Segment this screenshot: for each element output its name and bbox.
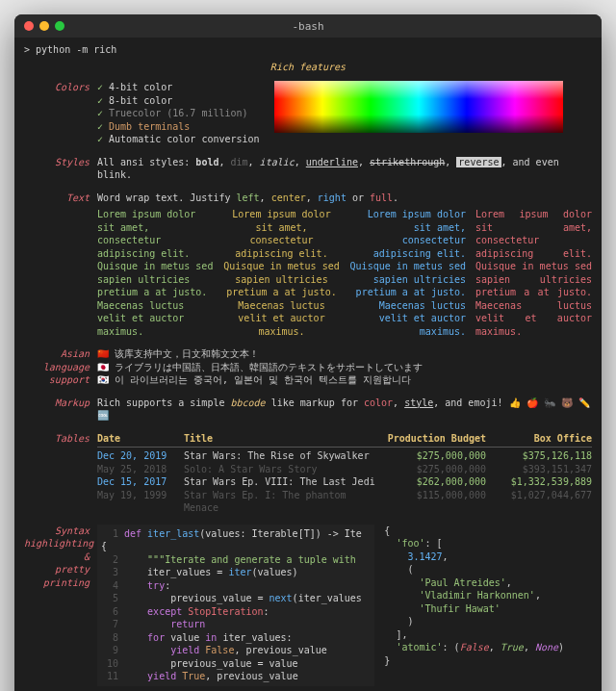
color-item: Automatic color conversion <box>109 134 260 144</box>
color-item: 8-bit color <box>109 95 172 106</box>
section-label-colors: Colors <box>24 81 97 94</box>
table-row: Dec 20, 2019Star Wars: The Rise of Skywa… <box>97 449 592 463</box>
flag-kr-icon: 🇰🇷 <box>97 373 109 387</box>
section-label-asian: Asian language support <box>24 347 97 387</box>
styles-body: All ansi styles: bold, dim, italic, unde… <box>97 156 592 182</box>
syntax-body: 1def iter_last(values: Iterable[T]) -> I… <box>97 525 592 686</box>
color-item: Truecolor (16.7 million) <box>109 108 248 118</box>
lorem-full: Lorem ipsum dolor sit amet, consectetur … <box>475 208 592 338</box>
color-item: Dumb terminals <box>109 121 190 132</box>
flag-cn-icon: 🇨🇳 <box>97 347 109 361</box>
color-spectrum <box>274 81 563 133</box>
pretty-print-data: { 'foo': [ 3.1427, ( 'Paul Atreides', 'V… <box>384 525 592 686</box>
lorem-right: Lorem ipsum dolor sit amet, consectetur … <box>349 208 466 338</box>
lorem-left: Lorem ipsum dolor sit amet, consectetur … <box>97 208 214 338</box>
window-title: -bash <box>14 20 602 33</box>
section-label-syntax: Syntax highlighting & pretty printing <box>24 525 97 590</box>
code-block: 1def iter_last(values: Iterable[T]) -> I… <box>97 525 374 686</box>
asian-body: 🇨🇳 该库支持中文，日文和韩文文本！ 🇯🇵 ライブラリは中国語、日本語、韓国語の… <box>97 347 592 387</box>
titlebar: -bash <box>14 14 602 38</box>
prompt-command: python -m rich <box>36 44 116 55</box>
section-label-tables: Tables <box>24 432 97 446</box>
lorem-center: Lorem ipsum dolor sit amet, consectetur … <box>223 208 340 338</box>
prompt-line: > python -m rich <box>24 43 592 57</box>
prompt-symbol: > <box>24 44 30 55</box>
section-label-text: Text <box>24 192 97 205</box>
text-body: Word wrap text. Justify left, center, ri… <box>97 192 592 339</box>
flag-jp-icon: 🇯🇵 <box>97 361 109 374</box>
table-row: Dec 15, 2017Star Wars Ep. VIII: The Last… <box>97 475 592 489</box>
table-header: Date Title Production Budget Box Office <box>97 432 592 448</box>
terminal-window: -bash > python -m rich Rich features Col… <box>14 14 602 691</box>
section-label-styles: Styles <box>24 156 97 169</box>
table-row: May 25, 2018Solo: A Star Wars Story$275,… <box>97 463 592 476</box>
section-label-markup: Markup <box>24 397 97 410</box>
features-heading: Rich features <box>24 61 592 74</box>
tables-body: Date Title Production Budget Box Office … <box>97 432 592 515</box>
markup-body: Rich supports a simple bbcode like marku… <box>97 397 592 422</box>
table-row: May 19, 1999Star Wars Ep. I: The phantom… <box>97 489 592 515</box>
terminal-body: > python -m rich Rich features Colors ✓ … <box>14 38 602 691</box>
color-item: 4-bit color <box>109 82 172 92</box>
